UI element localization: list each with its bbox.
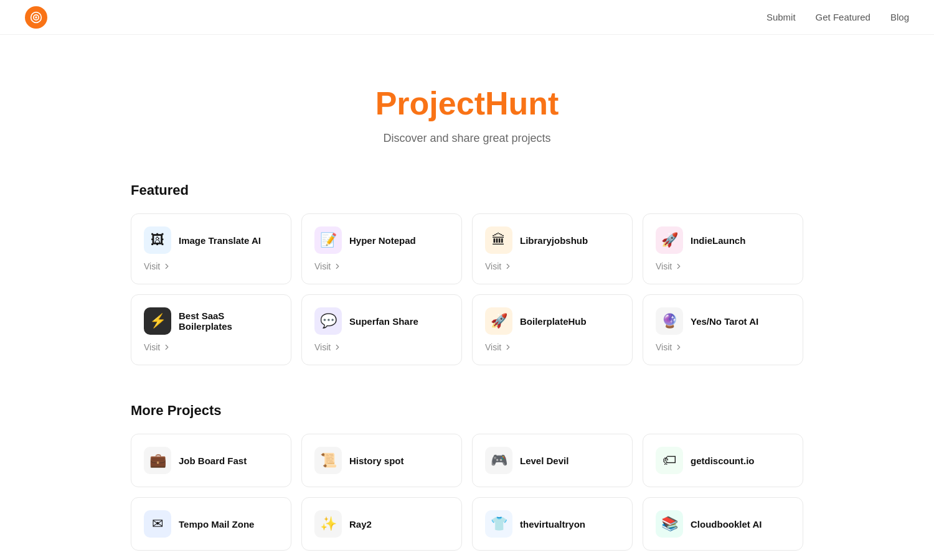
project-card[interactable]: 👕thevirtualtryon <box>472 497 633 551</box>
visit-label: Visit <box>314 261 331 271</box>
card-icon: 🔮 <box>656 307 683 335</box>
project-card[interactable]: 📝Hyper NotepadVisit <box>301 213 462 284</box>
chevron-right-icon <box>504 262 512 271</box>
project-card[interactable]: 🏷getdiscount.io <box>643 434 803 487</box>
project-card[interactable]: ✨Ray2 <box>301 497 462 551</box>
chevron-right-icon <box>504 343 512 352</box>
project-card[interactable]: 💼Job Board Fast <box>131 434 291 487</box>
card-icon: 🚀 <box>656 226 683 254</box>
more-projects-grid: 💼Job Board Fast📜History spot🎮Level Devil… <box>131 434 803 560</box>
chevron-right-icon <box>674 262 683 271</box>
card-name: Best SaaS Boilerplates <box>179 310 278 332</box>
project-card[interactable]: 🚀IndieLaunchVisit <box>643 213 803 284</box>
card-name: getdiscount.io <box>691 455 755 466</box>
card-name: BoilerplateHub <box>520 316 587 327</box>
target-icon <box>30 11 42 24</box>
card-icon: 💬 <box>314 307 342 335</box>
navbar: Submit Get Featured Blog <box>0 0 934 35</box>
more-projects-section: More Projects 💼Job Board Fast📜History sp… <box>106 403 828 560</box>
card-icon: ⚡ <box>144 307 171 335</box>
svg-point-2 <box>35 16 37 18</box>
logo[interactable] <box>25 6 47 29</box>
card-visit-link[interactable]: Visit <box>656 342 790 352</box>
project-card[interactable]: 📚Cloudbooklet AI <box>643 497 803 551</box>
visit-label: Visit <box>314 342 331 352</box>
card-name: thevirtualtryon <box>520 519 585 530</box>
card-icon: 🎮 <box>485 447 512 474</box>
more-projects-title: More Projects <box>131 403 803 419</box>
project-card[interactable]: 🎮Level Devil <box>472 434 633 487</box>
project-card[interactable]: 📜History spot <box>301 434 462 487</box>
card-icon: 🖼 <box>144 226 171 254</box>
card-icon: ✨ <box>314 510 342 538</box>
card-name: Superfan Share <box>349 316 418 327</box>
chevron-right-icon <box>163 262 171 271</box>
visit-label: Visit <box>144 342 160 352</box>
card-name: IndieLaunch <box>691 235 745 246</box>
card-icon: 🚀 <box>485 307 512 335</box>
card-visit-link[interactable]: Visit <box>144 342 278 352</box>
card-visit-link[interactable]: Visit <box>314 342 449 352</box>
card-visit-link[interactable]: Visit <box>485 261 620 271</box>
card-icon: ✉ <box>144 510 171 538</box>
nav-get-featured[interactable]: Get Featured <box>816 12 870 22</box>
chevron-right-icon <box>333 343 342 352</box>
featured-grid: 🖼Image Translate AIVisit 📝Hyper NotepadV… <box>131 213 803 365</box>
project-card[interactable]: 🏛LibraryjobshubVisit <box>472 213 633 284</box>
card-icon: 📚 <box>656 510 683 538</box>
visit-label: Visit <box>485 342 501 352</box>
card-icon: 👕 <box>485 510 512 538</box>
card-icon: 💼 <box>144 447 171 474</box>
visit-label: Visit <box>485 261 501 271</box>
card-icon: 📜 <box>314 447 342 474</box>
card-visit-link[interactable]: Visit <box>144 261 278 271</box>
card-name: Cloudbooklet AI <box>691 519 762 530</box>
visit-label: Visit <box>656 261 672 271</box>
card-name: Libraryjobshub <box>520 235 588 246</box>
card-icon: 🏷 <box>656 447 683 474</box>
hero-subtitle: Discover and share great projects <box>25 132 909 145</box>
visit-label: Visit <box>144 261 160 271</box>
project-card[interactable]: 🔮Yes/No Tarot AIVisit <box>643 294 803 365</box>
card-visit-link[interactable]: Visit <box>485 342 620 352</box>
hero-title: ProjectHunt <box>25 85 909 122</box>
card-name: Tempo Mail Zone <box>179 519 254 530</box>
card-name: Hyper Notepad <box>349 235 416 246</box>
card-icon: 📝 <box>314 226 342 254</box>
project-card[interactable]: 🚀BoilerplateHubVisit <box>472 294 633 365</box>
card-visit-link[interactable]: Visit <box>656 261 790 271</box>
chevron-right-icon <box>674 343 683 352</box>
chevron-right-icon <box>163 343 171 352</box>
card-name: Level Devil <box>520 455 568 466</box>
featured-section: Featured 🖼Image Translate AIVisit 📝Hyper… <box>106 182 828 403</box>
card-name: Yes/No Tarot AI <box>691 316 758 327</box>
project-card[interactable]: ✉Tempo Mail Zone <box>131 497 291 551</box>
card-name: Ray2 <box>349 519 372 530</box>
chevron-right-icon <box>333 262 342 271</box>
logo-icon <box>25 6 47 29</box>
card-name: Image Translate AI <box>179 235 261 246</box>
nav-submit[interactable]: Submit <box>767 12 796 22</box>
project-card[interactable]: 🖼Image Translate AIVisit <box>131 213 291 284</box>
card-name: Job Board Fast <box>179 455 247 466</box>
visit-label: Visit <box>656 342 672 352</box>
card-icon: 🏛 <box>485 226 512 254</box>
featured-title: Featured <box>131 182 803 198</box>
card-name: History spot <box>349 455 404 466</box>
nav-links: Submit Get Featured Blog <box>767 12 909 22</box>
card-visit-link[interactable]: Visit <box>314 261 449 271</box>
nav-blog[interactable]: Blog <box>890 12 909 22</box>
project-card[interactable]: ⚡Best SaaS BoilerplatesVisit <box>131 294 291 365</box>
hero-section: ProjectHunt Discover and share great pro… <box>0 35 934 182</box>
project-card[interactable]: 💬Superfan ShareVisit <box>301 294 462 365</box>
